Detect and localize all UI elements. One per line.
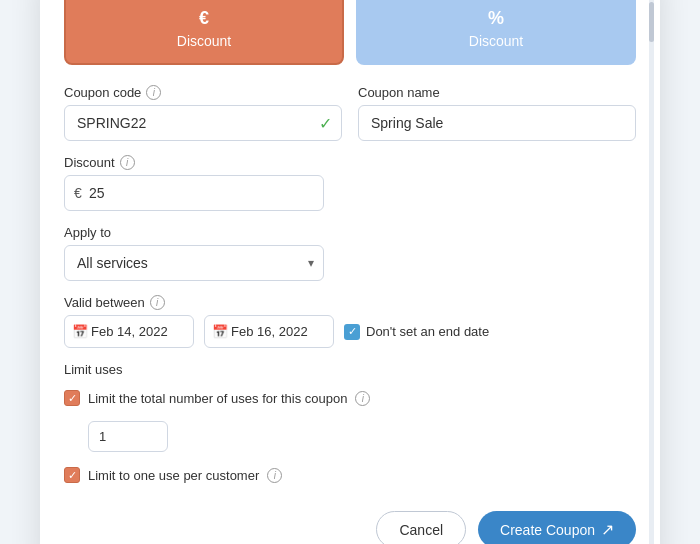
discount-row: Discount i € [64, 155, 636, 211]
euro-icon: € [199, 8, 209, 29]
valid-between-label: Valid between i [64, 295, 636, 310]
coupon-code-info-icon[interactable]: i [146, 85, 161, 100]
end-date-wrapper: 📅 [204, 315, 334, 348]
total-uses-info-icon[interactable]: i [355, 391, 370, 406]
discount-label: Discount i [64, 155, 324, 170]
euro-discount-tab[interactable]: € Discount [64, 0, 344, 65]
coupon-code-input[interactable] [64, 105, 342, 141]
total-uses-input[interactable] [88, 421, 168, 452]
scrollbar-track [649, 0, 654, 544]
percent-tab-label: Discount [469, 33, 523, 49]
discount-tabs: € Discount % Discount [64, 0, 636, 65]
start-date-wrapper: 📅 [64, 315, 194, 348]
apply-to-label: Apply to [64, 225, 324, 240]
discount-input[interactable] [64, 175, 324, 211]
footer-row: Cancel Create Coupon ↗ [64, 511, 636, 544]
euro-prefix-icon: € [74, 185, 82, 201]
coupon-name-label: Coupon name [358, 85, 636, 100]
per-customer-info-icon[interactable]: i [267, 468, 282, 483]
cancel-button[interactable]: Cancel [376, 511, 466, 544]
coupon-modal: € Discount % Discount Coupon code i ✓ Co… [40, 0, 660, 544]
dont-set-end-checkbox[interactable]: ✓ [344, 324, 360, 340]
cursor-icon: ↗ [601, 520, 614, 539]
valid-between-info-icon[interactable]: i [150, 295, 165, 310]
per-customer-label: Limit to one use per customer [88, 468, 259, 483]
per-customer-row: ✓ Limit to one use per customer i [64, 467, 636, 483]
end-calendar-icon: 📅 [212, 324, 228, 339]
total-uses-row: ✓ Limit the total number of uses for thi… [64, 390, 636, 406]
discount-info-icon[interactable]: i [120, 155, 135, 170]
limit-uses-label: Limit uses [64, 362, 636, 377]
euro-tab-label: Discount [177, 33, 231, 49]
valid-between-group: Valid between i 📅 📅 ✓ Don't set an end d… [64, 295, 636, 348]
per-customer-checkbox[interactable]: ✓ [64, 467, 80, 483]
discount-group: Discount i € [64, 155, 324, 211]
total-uses-label: Limit the total number of uses for this … [88, 391, 347, 406]
dont-set-end-wrapper: ✓ Don't set an end date [344, 324, 489, 340]
limit-uses-group: Limit uses ✓ Limit the total number of u… [64, 362, 636, 493]
create-coupon-label: Create Coupon [500, 522, 595, 538]
code-name-row: Coupon code i ✓ Coupon name [64, 85, 636, 141]
discount-input-wrapper: € [64, 175, 324, 211]
apply-to-select-wrapper: All services Specific services ▾ [64, 245, 324, 281]
start-calendar-icon: 📅 [72, 324, 88, 339]
percent-discount-tab[interactable]: % Discount [356, 0, 636, 65]
apply-to-group: Apply to All services Specific services … [64, 225, 324, 281]
total-uses-checkbox[interactable]: ✓ [64, 390, 80, 406]
coupon-name-group: Coupon name [358, 85, 636, 141]
percent-icon: % [488, 8, 504, 29]
coupon-code-group: Coupon code i ✓ [64, 85, 342, 141]
coupon-code-label: Coupon code i [64, 85, 342, 100]
coupon-code-input-wrapper: ✓ [64, 105, 342, 141]
apply-to-select[interactable]: All services Specific services [64, 245, 324, 281]
coupon-name-input[interactable] [358, 105, 636, 141]
create-coupon-button[interactable]: Create Coupon ↗ [478, 511, 636, 544]
check-icon: ✓ [319, 114, 332, 133]
dont-set-end-label: Don't set an end date [366, 324, 489, 339]
apply-to-row: Apply to All services Specific services … [64, 225, 636, 281]
valid-between-row: 📅 📅 ✓ Don't set an end date [64, 315, 636, 348]
scrollbar-thumb[interactable] [649, 2, 654, 42]
